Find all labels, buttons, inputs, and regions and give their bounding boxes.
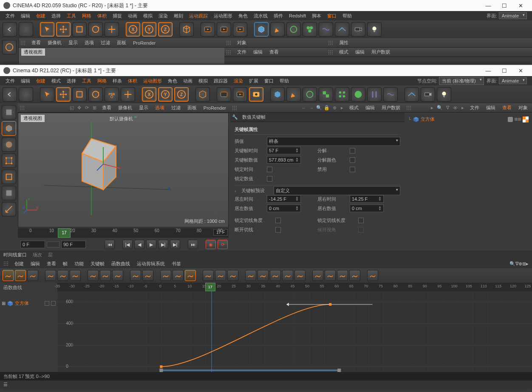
key-mode-icon[interactable]	[3, 270, 14, 281]
start-frame-field[interactable]: 0 F	[20, 241, 45, 248]
add-key-icon[interactable]	[88, 270, 99, 281]
light-icon[interactable]	[437, 87, 451, 102]
break-tangent-checkbox[interactable]	[275, 227, 281, 233]
light-icon[interactable]	[367, 22, 382, 37]
model-mode-icon[interactable]	[2, 121, 16, 136]
menu-item[interactable]: 体积	[94, 11, 110, 20]
panel-menu-item[interactable]: 摄像机	[116, 105, 135, 111]
menu-item[interactable]: 插件	[271, 11, 286, 20]
menu-item[interactable]: 创建	[33, 76, 48, 85]
menu-item[interactable]: 模式	[48, 76, 64, 85]
right-time-field[interactable]: 14.25 F▲▼	[350, 195, 384, 203]
cube-icon[interactable]	[195, 87, 210, 102]
lock-icon[interactable]: 🔒	[324, 105, 330, 111]
cloner-icon[interactable]	[335, 87, 349, 102]
select-icon[interactable]	[40, 22, 54, 37]
maximize-button[interactable]: ☐	[496, 3, 512, 9]
link-icon[interactable]	[245, 270, 256, 281]
render-icon[interactable]	[217, 87, 231, 102]
goto-start-button[interactable]: ⏮	[105, 240, 115, 249]
menu-item[interactable]: 模拟	[195, 76, 211, 85]
menu-item[interactable]: 创建	[33, 11, 48, 20]
panel-menu-item[interactable]: 查看	[500, 105, 514, 111]
record-button[interactable]: ◉	[206, 240, 216, 249]
nodespace-select[interactable]: 当前 (标准/物理)	[439, 77, 484, 85]
menu-item[interactable]: 运动跟踪	[186, 11, 211, 20]
panel-menu-item[interactable]: 显示	[66, 40, 80, 46]
pen-icon[interactable]	[270, 22, 285, 37]
left-val-field[interactable]: 0 cm▲▼	[267, 205, 301, 212]
subdiv-icon[interactable]	[303, 87, 317, 102]
menu-item[interactable]: 角色	[235, 11, 251, 20]
select-icon[interactable]	[40, 87, 54, 102]
menu-item[interactable]: 编辑	[27, 261, 43, 267]
panel-menu-item[interactable]: 用户数据	[379, 105, 403, 111]
panel-menu-item[interactable]: 查看	[29, 40, 43, 46]
link-icon[interactable]	[294, 270, 306, 281]
x-axis-icon[interactable]: X	[142, 87, 156, 102]
curve-shape-icon[interactable]	[70, 270, 81, 281]
menu-item[interactable]: 窗口	[324, 11, 340, 20]
expand-icon[interactable]: ›	[235, 188, 236, 193]
fcurve-graph[interactable]: 0200400600	[57, 291, 532, 372]
menu-item[interactable]: 流水线	[251, 11, 271, 20]
primitive-icon[interactable]	[254, 22, 269, 37]
panel-menu-item[interactable]: 选项	[153, 105, 167, 111]
interp-select[interactable]: 样条	[267, 137, 400, 146]
menu-item[interactable]: 选择	[64, 76, 79, 85]
menu-item[interactable]: 捕捉	[110, 11, 125, 20]
menu-item[interactable]: 扩展	[246, 76, 261, 85]
undo-icon[interactable]	[3, 22, 17, 37]
fcurve-ruler[interactable]: -35-30-25-20-15-10-505101517202530354045…	[57, 283, 532, 291]
texture-mode-icon[interactable]	[2, 137, 16, 152]
menu-item[interactable]: 角色	[165, 76, 180, 85]
panel-menu-item[interactable]: 编辑	[363, 105, 377, 111]
floor-icon[interactable]	[335, 22, 349, 37]
panel-menu-item[interactable]: 用户数据	[369, 49, 393, 55]
panel-menu-item[interactable]: 查看	[267, 49, 281, 55]
y-axis-icon[interactable]: Y	[158, 87, 173, 102]
step-fwd-button[interactable]: ▶|	[158, 240, 168, 249]
pen-icon[interactable]	[286, 87, 301, 102]
range-slider[interactable]	[47, 241, 59, 247]
render-region-icon[interactable]	[217, 22, 231, 37]
filter-icon[interactable]: ∇	[444, 105, 450, 111]
render-region-icon[interactable]	[233, 87, 247, 102]
menu-item[interactable]: 运动剪辑系统	[133, 261, 168, 267]
tangent-icon[interactable]	[173, 270, 184, 281]
menu-item[interactable]: 编辑	[18, 76, 33, 85]
tangent-icon[interactable]	[185, 270, 196, 281]
menu-item[interactable]: 渲染	[156, 11, 171, 20]
mini-timeline[interactable]: 17 17 F 0102030405060708090	[18, 228, 229, 238]
playhead[interactable]: 17	[205, 283, 215, 291]
playhead[interactable]: 17	[58, 228, 71, 238]
panel-menu-item[interactable]: 模式	[337, 49, 351, 55]
menu-item[interactable]: 动画	[180, 76, 195, 85]
move-icon[interactable]	[56, 87, 71, 102]
search-icon[interactable]: 🔍	[316, 105, 322, 111]
perspective-viewport[interactable]: 透视视图 默认摄像机 ∞ Y X Z	[18, 113, 229, 227]
tool-button[interactable]	[2, 40, 17, 54]
undo-icon[interactable]	[3, 87, 17, 102]
menu-item[interactable]: 选择	[48, 11, 64, 20]
disable-checkbox[interactable]	[350, 167, 355, 172]
fcurve-mode-icon[interactable]	[15, 270, 26, 281]
menu-item[interactable]: 运动图形	[211, 11, 235, 20]
link-icon[interactable]: ⊕	[518, 261, 522, 267]
motion-mode-icon[interactable]	[27, 270, 38, 281]
cube-icon[interactable]	[179, 22, 194, 37]
menu-item[interactable]: 样条	[110, 76, 125, 85]
lock-time-checkbox[interactable]	[267, 167, 272, 172]
menu-item[interactable]: 动画	[125, 11, 140, 20]
menu-item[interactable]: 帮助	[340, 11, 355, 20]
viewport-icon[interactable]: ⟳	[84, 105, 90, 111]
panel-menu-item[interactable]: 选项	[82, 40, 96, 46]
redo-icon[interactable]	[19, 87, 33, 102]
panel-menu-item[interactable]: ProRender	[201, 105, 229, 111]
link-icon[interactable]	[270, 270, 281, 281]
maximize-button[interactable]: ☐	[496, 68, 512, 74]
z-axis-icon[interactable]: Z	[158, 22, 173, 37]
panel-menu-item[interactable]: 编辑	[484, 105, 498, 111]
make-editable-icon[interactable]	[2, 105, 16, 119]
panel-menu-item[interactable]: 编辑	[353, 49, 367, 55]
